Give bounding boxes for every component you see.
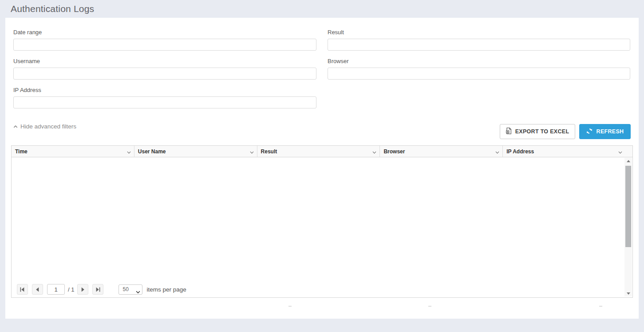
result-field: Result (328, 29, 630, 51)
first-page-button[interactable] (17, 284, 28, 295)
seek-first-icon (20, 287, 25, 292)
content-panel: Date range Username IP Address Result Br… (5, 18, 639, 319)
page-header: Authentication Logs (0, 0, 644, 18)
date-range-field: Date range (13, 29, 316, 51)
triangle-down-icon (627, 292, 630, 295)
date-range-label: Date range (13, 29, 316, 36)
browser-field: Browser (328, 58, 630, 80)
artifact-dash (428, 306, 431, 307)
column-header-time[interactable]: Time (12, 146, 134, 157)
column-menu-chevron-down-icon[interactable] (495, 148, 499, 156)
column-label: IP Address (506, 148, 534, 155)
column-label: Browser (383, 148, 405, 155)
column-label: Result (261, 148, 277, 155)
page-total-label: / 1 (68, 286, 74, 293)
auth-logs-grid: Time User Name Result Browser (11, 145, 633, 298)
browser-input[interactable] (328, 68, 630, 80)
scroll-up-arrow[interactable] (624, 158, 632, 164)
ip-address-input[interactable] (13, 96, 316, 108)
artifact-dash (599, 306, 602, 307)
page-size-select-wrap: 50 (119, 284, 142, 295)
column-menu-chevron-down-icon[interactable] (372, 148, 376, 156)
grid-header-scrollbar-stub (625, 146, 632, 157)
seek-last-icon (95, 287, 100, 292)
column-menu-chevron-down-icon[interactable] (618, 148, 622, 156)
arrow-right-icon (80, 287, 85, 292)
items-per-page-label: items per page (146, 286, 186, 293)
refresh-icon (586, 128, 593, 136)
column-header-ip-address[interactable]: IP Address (503, 146, 625, 157)
excel-file-icon (506, 128, 511, 136)
refresh-label: REFRESH (597, 128, 624, 135)
hide-advanced-filters-label: Hide advanced filters (20, 123, 76, 130)
page-number-input[interactable] (47, 284, 65, 295)
date-range-input[interactable] (13, 39, 316, 51)
previous-page-button[interactable] (32, 284, 43, 295)
export-to-excel-button[interactable]: EXPORT TO EXCEL (500, 124, 575, 139)
refresh-button[interactable]: REFRESH (579, 124, 631, 139)
column-label: Time (15, 148, 28, 155)
arrow-left-icon (35, 287, 40, 292)
username-label: Username (13, 58, 316, 65)
last-page-button[interactable] (92, 284, 103, 295)
grid-body-empty (12, 157, 624, 296)
artifact-dash (288, 306, 292, 307)
column-menu-chevron-down-icon[interactable] (250, 148, 254, 156)
page-title: Authentication Logs (11, 4, 644, 14)
result-input[interactable] (328, 39, 630, 51)
column-header-browser[interactable]: Browser (380, 146, 503, 157)
result-label: Result (328, 29, 630, 36)
hide-advanced-filters-toggle[interactable]: Hide advanced filters (13, 123, 76, 130)
username-input[interactable] (13, 68, 316, 80)
scrollbar-thumb[interactable] (625, 166, 631, 247)
export-to-excel-label: EXPORT TO EXCEL (515, 128, 569, 135)
column-menu-chevron-down-icon[interactable] (127, 148, 131, 156)
username-field: Username (13, 58, 316, 80)
column-label: User Name (138, 148, 166, 155)
column-header-result[interactable]: Result (257, 146, 380, 157)
page-root: { "page": { "title": "Authentication Log… (0, 0, 644, 332)
column-header-user-name[interactable]: User Name (134, 146, 257, 157)
chevron-up-icon (13, 123, 18, 130)
ip-address-field: IP Address (13, 87, 316, 108)
vertical-scrollbar[interactable] (624, 158, 632, 296)
next-page-button[interactable] (77, 284, 88, 295)
grid-header-row: Time User Name Result Browser (12, 146, 632, 157)
browser-label: Browser (328, 58, 630, 65)
page-size-select[interactable]: 50 (119, 284, 142, 295)
grid-pager: / 1 50 items per page (17, 284, 186, 295)
triangle-up-icon (627, 160, 630, 162)
ip-address-label: IP Address (13, 87, 316, 94)
scroll-down-arrow[interactable] (624, 290, 632, 296)
